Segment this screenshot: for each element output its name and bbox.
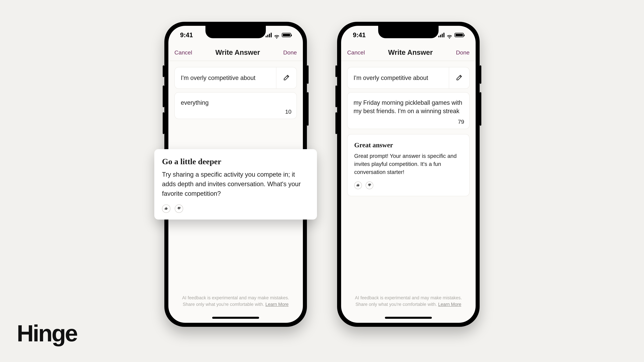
status-icons: [438, 33, 464, 37]
thumbs-down-button[interactable]: [175, 204, 183, 213]
answer-card[interactable]: my Friday morning pickleball games with …: [347, 92, 470, 129]
thumbs-down-button[interactable]: [366, 182, 373, 189]
feedback-body: Try sharing a specific activity you comp…: [162, 170, 309, 198]
notch: [206, 26, 266, 38]
phone-left: 9:41 Cancel Write Answer Done I'm overly…: [164, 22, 307, 327]
cancel-button[interactable]: Cancel: [347, 49, 365, 56]
edit-prompt-button[interactable]: [449, 67, 469, 88]
feedback-title: Great answer: [354, 141, 462, 149]
feedback-popout: Go a little deeper Try sharing a specifi…: [154, 149, 317, 220]
wifi-icon: [447, 33, 452, 37]
screen-right: 9:41 Cancel Write Answer Done I'm overly…: [341, 26, 476, 323]
pencil-icon: [456, 74, 463, 82]
done-button[interactable]: Done: [456, 49, 470, 56]
status-time: 9:41: [180, 31, 193, 39]
answer-text: everything: [181, 98, 290, 107]
disclaimer: AI feedback is experimental and may make…: [341, 295, 476, 308]
prompt-text: I'm overly competitive about: [348, 67, 449, 88]
pencil-icon: [283, 74, 290, 82]
answer-card[interactable]: everything 10: [174, 92, 297, 119]
feedback-body: Great prompt! Your answer is specific an…: [354, 152, 462, 176]
battery-icon: [454, 33, 464, 37]
char-count: 10: [285, 108, 292, 115]
brand-logo: Hinge: [17, 320, 77, 347]
thumbs-up-button[interactable]: [354, 182, 362, 189]
feedback-actions: [354, 182, 462, 189]
navbar: Cancel Write Answer Done: [168, 44, 303, 61]
navbar: Cancel Write Answer Done: [341, 44, 476, 61]
content-right: I'm overly competitive about my Friday m…: [341, 61, 476, 323]
edit-prompt-button[interactable]: [276, 67, 296, 88]
stage: 9:41 Cancel Write Answer Done I'm overly…: [0, 0, 644, 362]
notch: [378, 26, 438, 38]
learn-more-link[interactable]: Learn More: [265, 302, 288, 307]
prompt-card: I'm overly competitive about: [174, 67, 297, 89]
prompt-text: I'm overly competitive about: [175, 67, 276, 88]
battery-icon: [282, 33, 291, 37]
feedback-title: Go a little deeper: [162, 157, 309, 166]
disclaimer: AI feedback is experimental and may make…: [168, 295, 303, 308]
page-title: Write Answer: [388, 48, 433, 56]
char-count: 79: [458, 118, 464, 125]
prompt-card: I'm overly competitive about: [347, 67, 470, 89]
feedback-card: Great answer Great prompt! Your answer i…: [347, 134, 470, 196]
thumbs-up-button[interactable]: [162, 204, 170, 213]
phone-right: 9:41 Cancel Write Answer Done I'm overly…: [337, 22, 480, 327]
thumbs-down-icon: [368, 183, 371, 188]
wifi-icon: [274, 33, 280, 37]
status-icons: [266, 33, 291, 37]
cancel-button[interactable]: Cancel: [174, 49, 192, 56]
feedback-actions: [162, 204, 309, 213]
cellular-icon: [438, 33, 444, 37]
answer-text: my Friday morning pickleball games with …: [354, 98, 463, 115]
done-button[interactable]: Done: [283, 49, 297, 56]
learn-more-link[interactable]: Learn More: [438, 302, 461, 307]
cellular-icon: [266, 33, 272, 37]
home-indicator[interactable]: [212, 317, 259, 319]
home-indicator[interactable]: [385, 317, 432, 319]
thumbs-down-icon: [177, 206, 181, 211]
page-title: Write Answer: [215, 48, 260, 56]
thumbs-up-icon: [356, 183, 360, 188]
status-time: 9:41: [353, 31, 366, 39]
thumbs-up-icon: [164, 206, 168, 211]
